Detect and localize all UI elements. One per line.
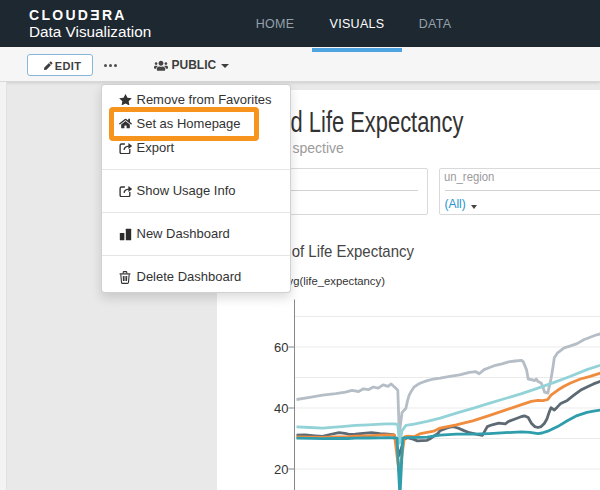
svg-text:20: 20 xyxy=(274,462,288,477)
svg-text:60: 60 xyxy=(274,340,288,355)
svg-text:40: 40 xyxy=(274,401,288,416)
